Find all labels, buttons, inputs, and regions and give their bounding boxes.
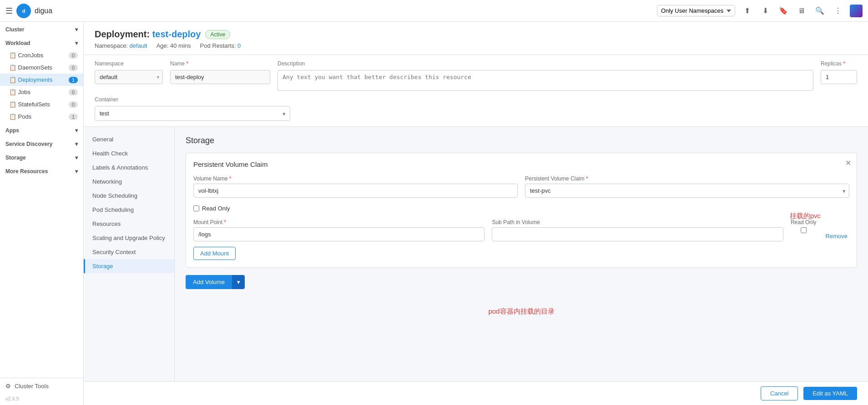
- content-body: General Health Check Labels & Annotation…: [84, 127, 868, 381]
- cluster-header[interactable]: Cluster ▾: [0, 22, 83, 35]
- service-discovery-header[interactable]: Service Discovery ▾: [0, 136, 83, 150]
- deployment-header: Deployment: test-deploy Active Namespace…: [84, 22, 868, 55]
- sub-path-label: Sub Path in Volume: [492, 219, 783, 225]
- app-logo: d: [16, 4, 31, 18]
- cluster-chevron-icon: ▾: [75, 26, 78, 33]
- description-input[interactable]: [278, 70, 813, 91]
- pvc-top-row: Volume Name * Persistent Volume Claim *: [193, 175, 849, 198]
- replicas-label: Replicas *: [821, 60, 857, 67]
- topbar: ☰ d digua Only User Namespaces ⬆ ⬇ 🔖 🖥 🔍…: [0, 0, 868, 22]
- add-mount-button[interactable]: Add Mount: [193, 247, 236, 260]
- form-row1: Namespace default ▾ Name *: [95, 60, 857, 91]
- nav-item-security[interactable]: Security Context: [84, 245, 174, 259]
- svg-text:d: d: [22, 8, 25, 14]
- pvc-select-label: Persistent Volume Claim *: [525, 175, 849, 182]
- mount-readonly-group: Read Only: [791, 219, 817, 233]
- storage-section: Storage ▾: [0, 150, 83, 164]
- status-badge: Active: [205, 30, 230, 39]
- description-label: Description: [278, 60, 813, 67]
- nav-item-health-check[interactable]: Health Check: [84, 146, 174, 160]
- upload-icon[interactable]: ⬆: [741, 5, 753, 17]
- sub-path-input[interactable]: [492, 227, 783, 241]
- cancel-button[interactable]: Cancel: [761, 386, 798, 400]
- apps-header[interactable]: Apps ▾: [0, 123, 83, 136]
- nav-item-general[interactable]: General: [84, 132, 174, 146]
- container-select[interactable]: test: [95, 106, 290, 121]
- pvc-close-button[interactable]: ✕: [845, 159, 851, 167]
- readonly-label[interactable]: Read Only: [202, 205, 230, 212]
- replicas-input[interactable]: [821, 70, 857, 84]
- readonly-checkbox[interactable]: [193, 205, 199, 211]
- more-icon[interactable]: ⋮: [832, 5, 844, 17]
- mount-point-label: Mount Point *: [193, 219, 484, 225]
- topbar-right: Only User Namespaces ⬆ ⬇ 🔖 🖥 🔍 ⋮: [657, 5, 863, 17]
- mount-annotation-text: pod容器内挂载的目录: [488, 307, 554, 315]
- pvc-select[interactable]: test-pvc: [525, 184, 849, 198]
- replicas-field: Replicas *: [821, 60, 857, 91]
- search-icon[interactable]: 🔍: [813, 5, 826, 17]
- namespace-field: Namespace default ▾: [95, 60, 163, 91]
- form-row2: Container test ▾: [95, 96, 857, 121]
- workload-section: Workload ▾ 📋 CronJobs 0 📋 DaemonSets 0 📋…: [0, 35, 83, 123]
- sidebar-item-jobs[interactable]: 📋 Jobs 0: [0, 86, 83, 98]
- add-volume-dropdown-button[interactable]: ▾: [232, 275, 245, 289]
- add-volume-wrap: Add Volume ▾: [186, 275, 857, 289]
- readonly-row: Read Only: [193, 205, 849, 212]
- nav-item-pod-scheduling[interactable]: Pod Scheduling: [84, 203, 174, 217]
- add-volume-button[interactable]: Add Volume: [186, 275, 232, 289]
- mount-readonly-checkbox[interactable]: [801, 227, 807, 233]
- volume-name-label: Volume Name *: [193, 175, 518, 182]
- remove-mount-button[interactable]: Remove: [824, 231, 849, 241]
- cluster-section: Cluster ▾: [0, 22, 83, 35]
- workload-header[interactable]: Workload ▾: [0, 35, 83, 49]
- hamburger-icon[interactable]: ☰: [5, 6, 13, 16]
- sub-path-group: Sub Path in Volume: [492, 219, 783, 241]
- container-field: Container test ▾: [95, 96, 290, 121]
- apps-chevron-icon: ▾: [75, 127, 78, 134]
- description-field: Description: [278, 60, 813, 91]
- storage-section-title: Storage: [186, 136, 857, 145]
- workload-chevron-icon: ▾: [75, 40, 78, 46]
- volume-name-input[interactable]: [193, 184, 518, 198]
- monitor-icon[interactable]: 🖥: [795, 5, 808, 17]
- bookmark-icon[interactable]: 🔖: [777, 5, 790, 17]
- sidebar-item-cronjobs[interactable]: 📋 CronJobs 0: [0, 49, 83, 61]
- meta-row: Namespace: default Age: 40 mins Pod Rest…: [95, 42, 857, 49]
- namespace-dropdown[interactable]: Only User Namespaces: [657, 5, 735, 16]
- nav-item-node-scheduling[interactable]: Node Scheduling: [84, 189, 174, 203]
- sidebar-bottom: ⚙ Cluster Tools: [0, 378, 83, 394]
- deployment-title: Deployment: test-deploy: [95, 29, 201, 40]
- sidebar-item-daemonsets[interactable]: 📋 DaemonSets 0: [0, 61, 83, 74]
- sidebar-item-pods[interactable]: 📋 Pods 1: [0, 110, 83, 123]
- nav-item-resources[interactable]: Resources: [84, 217, 174, 231]
- avatar[interactable]: [850, 5, 863, 17]
- namespace-select[interactable]: default: [95, 70, 163, 84]
- gear-icon: ⚙: [5, 383, 11, 390]
- nav-item-storage[interactable]: Storage: [84, 259, 174, 273]
- service-discovery-section: Service Discovery ▾: [0, 136, 83, 150]
- service-discovery-chevron-icon: ▾: [75, 141, 78, 147]
- name-label: Name *: [170, 60, 270, 67]
- edit-yaml-button[interactable]: Edit as YAML: [803, 387, 857, 400]
- cluster-tools-button[interactable]: ⚙ Cluster Tools: [5, 383, 78, 390]
- nav-item-scaling[interactable]: Scaling and Upgrade Policy: [84, 231, 174, 245]
- container-label: Container: [95, 96, 290, 103]
- main-content: Deployment: test-deploy Active Namespace…: [84, 22, 868, 405]
- left-nav: General Health Check Labels & Annotation…: [84, 127, 175, 381]
- sidebar-item-statefulsets[interactable]: 📋 StatefulSets 0: [0, 98, 83, 110]
- sidebar-item-deployments[interactable]: 📋 Deployments 1: [0, 74, 83, 86]
- right-content: Storage Persistent Volume Claim ✕ Volume…: [175, 127, 868, 381]
- more-resources-chevron-icon: ▾: [75, 168, 78, 175]
- pvc-card: Persistent Volume Claim ✕ Volume Name *: [186, 153, 857, 268]
- nav-item-networking[interactable]: Networking: [84, 175, 174, 189]
- mount-row: Mount Point * Sub Path in Volume Read On…: [193, 219, 849, 241]
- apps-section: Apps ▾: [0, 123, 83, 136]
- name-field: Name *: [170, 60, 270, 91]
- deployment-title-row: Deployment: test-deploy Active: [95, 29, 857, 40]
- nav-item-labels[interactable]: Labels & Annotations: [84, 160, 174, 175]
- storage-nav-header[interactable]: Storage ▾: [0, 150, 83, 164]
- more-resources-header[interactable]: More Resources ▾: [0, 164, 83, 177]
- name-input[interactable]: [170, 70, 270, 84]
- mount-point-input[interactable]: [193, 227, 484, 241]
- download-icon[interactable]: ⬇: [759, 5, 772, 17]
